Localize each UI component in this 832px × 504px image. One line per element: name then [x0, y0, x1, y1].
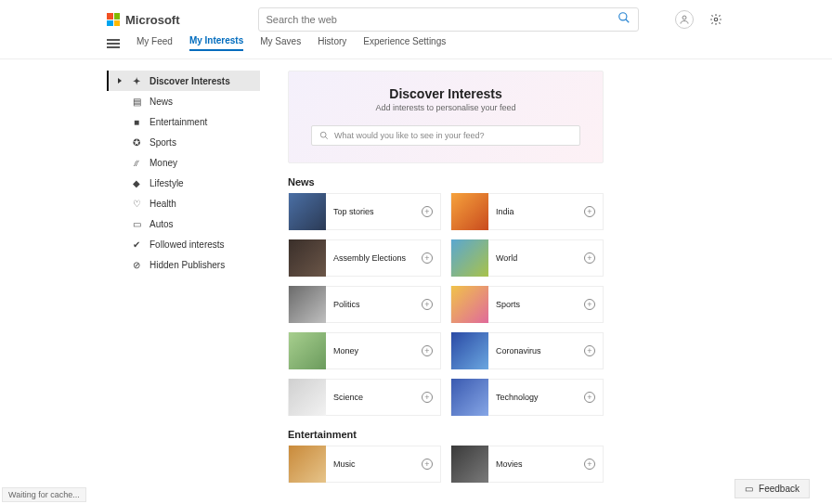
- sidebar-item-label: Hidden Publishers: [150, 260, 225, 270]
- svg-line-5: [325, 136, 328, 139]
- feedback-button[interactable]: ▭ Feedback: [734, 479, 810, 498]
- section-news: News Top stories+ India+ Assembly Electi…: [288, 176, 826, 416]
- status-bar: Waiting for cache...: [2, 487, 86, 502]
- nav-tabs: My Feed My Interests My Saves History Ex…: [0, 35, 832, 59]
- card-label: Assembly Elections: [333, 253, 422, 263]
- search-icon[interactable]: [618, 11, 630, 28]
- brand-logo[interactable]: Microsoft: [107, 13, 180, 27]
- tab-my-interests[interactable]: My Interests: [189, 35, 243, 51]
- card-thumb: [451, 193, 488, 230]
- interest-card[interactable]: Music+: [288, 446, 441, 483]
- content: ✦ Discover Interests ▤ News ■ Entertainm…: [0, 59, 832, 498]
- card-label: Science: [333, 393, 422, 402]
- discover-icon: ✦: [131, 75, 142, 86]
- sidebar-item-label: Health: [150, 199, 176, 209]
- svg-point-2: [682, 16, 686, 19]
- add-icon[interactable]: +: [584, 459, 595, 470]
- add-icon[interactable]: +: [422, 459, 433, 470]
- money-icon: ⫽: [131, 157, 142, 168]
- add-icon[interactable]: +: [584, 299, 595, 310]
- header: Microsoft: [0, 0, 832, 35]
- card-thumb: [289, 239, 326, 277]
- tab-my-saves[interactable]: My Saves: [260, 36, 301, 50]
- section-title: Entertainment: [288, 429, 826, 440]
- svg-point-4: [320, 132, 326, 137]
- section-entertainment: Entertainment Music+ Movies+: [288, 429, 826, 483]
- sidebar-item-money[interactable]: ⫽ Money: [107, 152, 260, 173]
- brand-text: Microsoft: [125, 13, 180, 27]
- search-box[interactable]: [258, 7, 639, 32]
- card-label: Music: [333, 459, 422, 469]
- interest-card[interactable]: Top stories+: [288, 193, 441, 230]
- sidebar-item-followed-interests[interactable]: ✔ Followed interests: [107, 234, 260, 254]
- card-label: Money: [333, 346, 422, 355]
- followed-icon: ✔: [131, 239, 142, 250]
- svg-line-1: [625, 19, 629, 23]
- user-icon[interactable]: [675, 10, 694, 29]
- add-icon[interactable]: +: [422, 345, 433, 356]
- section-title: News: [288, 176, 826, 187]
- interest-card[interactable]: Science+: [288, 379, 441, 416]
- hero-search[interactable]: What would you like to see in your feed?: [311, 125, 580, 146]
- gear-icon[interactable]: [707, 10, 725, 29]
- sidebar-item-hidden-publishers[interactable]: ⊘ Hidden Publishers: [107, 254, 260, 275]
- add-icon[interactable]: +: [422, 252, 433, 264]
- header-right: [675, 10, 725, 29]
- sidebar-item-label: Sports: [150, 137, 176, 148]
- add-icon[interactable]: +: [584, 252, 595, 264]
- tab-experience-settings[interactable]: Experience Settings: [363, 36, 446, 50]
- add-icon[interactable]: +: [422, 392, 433, 403]
- card-grid: Music+ Movies+: [288, 446, 826, 483]
- card-label: Politics: [333, 300, 422, 309]
- search-input[interactable]: [266, 14, 618, 25]
- tab-history[interactable]: History: [318, 36, 346, 50]
- card-label: Top stories: [333, 207, 422, 216]
- card-label: Technology: [496, 393, 584, 402]
- hidden-icon: ⊘: [131, 259, 142, 270]
- feedback-icon: ▭: [745, 484, 753, 494]
- sidebar-item-label: Money: [150, 158, 177, 168]
- card-label: Movies: [496, 459, 584, 469]
- interest-card[interactable]: World+: [450, 239, 604, 277]
- add-icon[interactable]: +: [584, 206, 595, 217]
- sidebar-item-lifestyle[interactable]: ◆ Lifestyle: [107, 173, 260, 193]
- entertainment-icon: ■: [131, 116, 142, 127]
- sidebar-item-label: Lifestyle: [150, 178, 184, 188]
- sidebar-item-label: Autos: [150, 219, 174, 229]
- health-icon: ♡: [131, 198, 142, 209]
- add-icon[interactable]: +: [584, 345, 595, 356]
- sidebar-item-news[interactable]: ▤ News: [107, 91, 260, 111]
- add-icon[interactable]: +: [422, 206, 433, 217]
- sidebar-item-discover-interests[interactable]: ✦ Discover Interests: [107, 71, 260, 91]
- interest-card[interactable]: Money+: [288, 332, 441, 369]
- card-label: Sports: [496, 300, 584, 309]
- interest-card[interactable]: Sports+: [450, 286, 604, 323]
- sidebar-item-health[interactable]: ♡ Health: [107, 193, 260, 213]
- search-icon: [319, 131, 329, 140]
- sidebar: ✦ Discover Interests ▤ News ■ Entertainm…: [107, 71, 260, 498]
- sidebar-item-sports[interactable]: ✪ Sports: [107, 132, 260, 152]
- interest-card[interactable]: India+: [450, 193, 604, 230]
- interest-card[interactable]: Technology+: [450, 379, 604, 416]
- sidebar-item-entertainment[interactable]: ■ Entertainment: [107, 111, 260, 132]
- add-icon[interactable]: +: [422, 299, 433, 310]
- svg-point-3: [714, 18, 718, 21]
- interest-card[interactable]: Politics+: [288, 286, 441, 323]
- interest-card[interactable]: Assembly Elections+: [288, 239, 441, 277]
- add-icon[interactable]: +: [584, 392, 595, 403]
- sidebar-item-autos[interactable]: ▭ Autos: [107, 213, 260, 234]
- card-thumb: [451, 239, 488, 277]
- card-grid: Top stories+ India+ Assembly Elections+ …: [288, 193, 826, 416]
- feedback-label: Feedback: [759, 484, 800, 494]
- interest-card[interactable]: Movies+: [450, 446, 604, 483]
- hero-title: Discover Interests: [302, 86, 590, 101]
- main: Discover Interests Add interests to pers…: [260, 71, 832, 498]
- sidebar-item-label: Followed interests: [150, 239, 225, 250]
- tab-my-feed[interactable]: My Feed: [136, 36, 173, 50]
- autos-icon: ▭: [131, 218, 142, 229]
- hamburger-icon[interactable]: [107, 39, 120, 48]
- hero-search-placeholder: What would you like to see in your feed?: [334, 131, 485, 140]
- sidebar-item-label: Discover Interests: [150, 76, 230, 86]
- card-thumb: [451, 446, 488, 483]
- interest-card[interactable]: Coronavirus+: [450, 332, 604, 369]
